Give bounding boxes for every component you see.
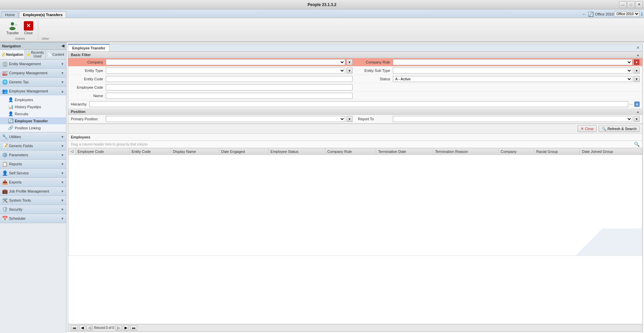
entity-code-input[interactable] <box>106 76 353 82</box>
report-to-select[interactable] <box>393 116 632 122</box>
nav-tab-content[interactable]: 📄 Content <box>46 50 66 59</box>
entity-type-select[interactable] <box>106 68 345 74</box>
refresh-icon[interactable]: 🔄 <box>588 11 594 17</box>
name-row: Name <box>68 92 355 100</box>
refresh-search-icon: 🔍 <box>602 127 606 131</box>
main-layout: Navigation ◀ 🧭 Navigation ⭐ Recently Use… <box>0 42 644 333</box>
name-input[interactable] <box>106 93 353 99</box>
company-select[interactable] <box>106 59 345 65</box>
nav-item-history-payslips[interactable]: 📊 History Payslips <box>0 103 66 110</box>
nav-section-header-reports[interactable]: 📋 Reports ▼ <box>0 160 66 168</box>
nav-section-header-employee-management[interactable]: 👥 Employee Management ▲ <box>0 87 66 95</box>
col-employee-status[interactable]: Employee Status <box>268 148 325 155</box>
next-record-button[interactable]: ▷ <box>116 325 122 331</box>
col-employee-code[interactable]: Employee Code <box>76 148 130 155</box>
maximize-button[interactable]: □ <box>627 1 635 8</box>
nav-section-security: 🛡️ Security ▼ <box>0 205 66 214</box>
nav-section-header-scheduler[interactable]: 📅 Scheduler ▼ <box>0 214 66 223</box>
tab-employees-transfers[interactable]: Employee(s) Transfers <box>19 11 66 18</box>
company-dropdown-btn[interactable]: ▼ <box>347 59 353 65</box>
col-date-joined-group[interactable]: Date Joined Group <box>580 148 642 155</box>
history-payslips-icon: 📊 <box>8 104 13 109</box>
col-company-rule[interactable]: Company Rule <box>325 148 376 155</box>
employee-code-input[interactable] <box>106 84 353 90</box>
nav-section-header-self-service[interactable]: 👤 Self Service ▼ <box>0 169 66 177</box>
primary-position-dropdown-btn[interactable]: ▼ <box>347 116 353 122</box>
utilities-icon: 🔧 <box>2 134 8 139</box>
status-select[interactable]: A - Active Inactive All <box>393 76 632 82</box>
back-icon[interactable]: ← <box>582 11 587 17</box>
nav-section-system-tools: 🛠️ System Tools ▼ <box>0 196 66 205</box>
nav-section-header-generic-fields[interactable]: 📝 Generic Fields ▼ <box>0 141 66 150</box>
hierarchy-input[interactable] <box>89 101 628 107</box>
nav-tab-navigation[interactable]: 🧭 Navigation <box>0 50 25 59</box>
col-termination-date[interactable]: Termination Date <box>376 148 433 155</box>
office-select[interactable]: Office 2010 <box>614 11 640 17</box>
grid-search-icon[interactable]: 🔍 <box>634 141 640 147</box>
employees-table[interactable]: ◁ Employee Code Entity Code Display Name… <box>68 148 642 324</box>
panel-tab-employee-transfer[interactable]: Employee Transfer <box>68 44 109 51</box>
company-rule-select[interactable] <box>393 59 632 65</box>
entity-type-dropdown-btn[interactable]: ▼ <box>347 68 353 74</box>
recruits-icon: 👤 <box>8 111 13 116</box>
col-racial-group[interactable]: Racial Group <box>534 148 580 155</box>
nav-section-header-exports[interactable]: 📤 Exports ▼ <box>0 178 66 186</box>
entity-sub-type-dropdown-btn[interactable]: ▼ <box>634 68 640 74</box>
status-dropdown-btn[interactable]: ▼ <box>634 76 640 82</box>
basic-filter-grid: Company ▼ Company Rule ▼ Entity Type <box>68 58 642 100</box>
entity-sub-type-select[interactable] <box>393 68 632 74</box>
company-management-icon: 🏭 <box>2 70 8 76</box>
transfer-icon: ↔ <box>8 21 17 31</box>
position-header[interactable]: Position ▲ <box>68 109 642 115</box>
panel-close-button[interactable]: ✕ <box>634 44 642 51</box>
nav-section-header-security[interactable]: 🛡️ Security ▼ <box>0 205 66 214</box>
status-label: Status <box>358 77 392 81</box>
app-title: People 23.1.3.2 <box>308 2 336 7</box>
col-entity-code[interactable]: Entity Code <box>129 148 171 155</box>
prev-page-button[interactable]: ◀ <box>79 325 85 331</box>
prev-record-button[interactable]: ◁ <box>87 325 93 331</box>
nav-section-header-system-tools[interactable]: 🛠️ System Tools ▼ <box>0 196 66 205</box>
entity-type-label: Entity Type <box>71 69 104 73</box>
transfer-button[interactable]: ↔ Transfer <box>5 20 20 36</box>
nav-section-header-utilities[interactable]: 🔧 Utilities ▼ <box>0 132 66 141</box>
col-company[interactable]: Company <box>499 148 534 155</box>
nav-section-header-job-profile-management[interactable]: 💼 Job Profile Management ▼ <box>0 187 66 196</box>
nav-item-employee-transfer[interactable]: 🔄 Employee Transfer <box>0 117 66 124</box>
info-icon[interactable]: ℹ <box>641 11 643 17</box>
col-date-engaged[interactable]: Date Engaged <box>219 148 268 155</box>
report-to-row: Report To ▼ <box>355 115 642 123</box>
primary-position-select[interactable] <box>106 116 345 122</box>
tab-home[interactable]: Home <box>1 11 18 18</box>
report-to-dropdown-btn[interactable]: ▼ <box>634 116 640 122</box>
refresh-search-button[interactable]: 🔍 Refresh & Search <box>599 126 640 132</box>
minimize-button[interactable]: — <box>619 1 627 8</box>
pin-icon[interactable]: ◀ <box>61 44 64 48</box>
next-page-button[interactable]: ▶ <box>123 325 129 331</box>
nav-section-header-company-management[interactable]: 🏭 Company Management ▼ <box>0 69 66 77</box>
company-rule-dropdown-btn[interactable]: ▼ <box>634 59 640 65</box>
hierarchy-icon-btn[interactable]: ⊕ <box>634 101 640 107</box>
clear-button[interactable]: ✕ Clear <box>578 125 597 132</box>
nav-section-header-parameters[interactable]: ⚙️ Parameters ▼ <box>0 151 66 159</box>
nav-section-header-generic-tax[interactable]: 🌐 Generic Tax ▼ <box>0 78 66 86</box>
status-row: Status A - Active Inactive All ▼ <box>355 75 642 83</box>
close-toolbar-button[interactable]: ✕ Close <box>22 20 35 36</box>
window-close-button[interactable]: ✕ <box>635 1 643 8</box>
nav-tab-recently-used[interactable]: ⭐ Recently Used <box>25 50 46 59</box>
filter-area: Basic Filter ▲ Company ▼ Company Rule <box>68 52 642 124</box>
basic-filter-header[interactable]: Basic Filter ▲ <box>68 52 642 58</box>
nav-item-recruits[interactable]: 👤 Recruits <box>0 110 66 117</box>
col-termination-reason[interactable]: Termination Reason <box>433 148 498 155</box>
system-tools-chevron: ▼ <box>61 199 64 202</box>
toolbar-group-other: Other <box>39 19 52 40</box>
nav-section-header-entity-management[interactable]: 🏢 Entity Management ▼ <box>0 59 66 68</box>
nav-item-position-linking[interactable]: 🔗 Position Linking <box>0 124 66 131</box>
nav-item-employees[interactable]: 👤 Employees <box>0 96 66 103</box>
employee-code-row: Employee Code <box>68 83 355 92</box>
hierarchy-dots-btn[interactable]: ··· <box>630 102 633 107</box>
first-record-button[interactable]: ⏮ <box>71 325 78 331</box>
table-header-row: ◁ Employee Code Entity Code Display Name… <box>68 148 642 155</box>
col-display-name[interactable]: Display Name <box>171 148 219 155</box>
last-record-button[interactable]: ⏭ <box>130 325 137 331</box>
